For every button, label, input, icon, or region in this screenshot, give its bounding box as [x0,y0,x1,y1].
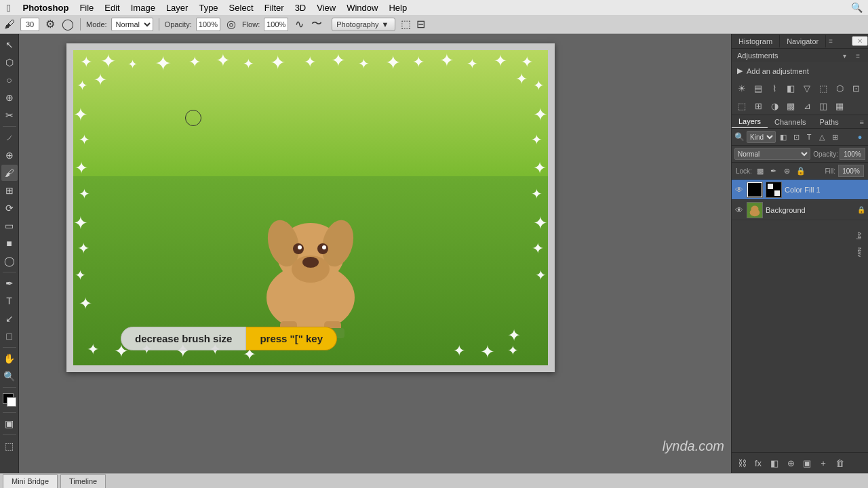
text-tool[interactable]: T [1,293,18,309]
filter-type-icon[interactable]: T [804,131,814,142]
flow-input[interactable] [264,18,288,31]
background-color[interactable] [7,397,16,407]
airbrush-icon[interactable]: ◎ [224,18,238,31]
channelmixer-icon[interactable]: ⬚ [734,98,749,113]
lock-all-icon[interactable]: 🔒 [795,165,806,176]
shape-tool[interactable]: □ [1,328,18,344]
opacity-input[interactable] [840,148,865,160]
add-adjustment-layer-icon[interactable]: ⊕ [783,455,798,470]
mode-select[interactable]: Normal [111,18,153,31]
smoothing-icon[interactable]: ∿ [292,18,306,31]
threshold-icon[interactable]: ⊿ [800,98,814,113]
eraser-tool[interactable]: ▭ [1,218,18,234]
dodge-tool[interactable]: ◯ [1,253,18,269]
quick-mask-tool[interactable]: ▣ [1,415,18,432]
adjustments-menu-button[interactable]: ≡ [853,52,863,60]
pen-tool[interactable]: ✒ [1,275,18,291]
menu-type[interactable]: Type [193,0,223,15]
menu-image[interactable]: Image [125,0,161,15]
menu-filter[interactable]: Filter [259,0,290,15]
vibrance-icon[interactable]: ▽ [800,81,814,96]
search-icon[interactable]: 🔍 [851,2,863,13]
levels-icon[interactable]: ▤ [751,81,766,96]
filter-smartobj-icon[interactable]: ⊞ [829,131,840,142]
screen-mode-tool[interactable]: ⬚ [1,438,18,454]
filter-pixel-icon[interactable]: ◧ [778,131,789,142]
layer-background[interactable]: 👁 Background 🔒 [732,200,868,220]
panel-close-button[interactable]: ✕ [852,36,868,46]
menu-layer[interactable]: Layer [161,0,194,15]
layers-menu-icon[interactable]: ≡ [856,118,868,126]
adj-expand-icon[interactable]: Adj [852,228,867,243]
filter-toggle-icon[interactable]: ● [854,131,865,142]
path-select-tool[interactable]: ↙ [1,310,18,327]
colorbalance-icon[interactable]: ⬡ [832,81,847,96]
brush-options-icon[interactable]: ⚙ [43,18,57,31]
tab-channels[interactable]: Channels [768,116,812,128]
brush-tool[interactable]: 🖌 [1,165,18,181]
zoom-tool[interactable]: 🔍 [1,368,18,384]
menu-select[interactable]: Select [224,0,259,15]
filter-adj-icon[interactable]: ⊡ [791,131,802,142]
workspace-selector[interactable]: Photography ▼ [332,18,395,31]
clone-tool[interactable]: ⊞ [1,182,18,199]
menu-view[interactable]: View [311,0,341,15]
filter-shape-icon[interactable]: △ [816,131,827,142]
tab-navigator[interactable]: Navigator [780,35,826,47]
hsl-icon[interactable]: ⬚ [816,81,831,96]
layer-visibility-icon[interactable]: 👁 [734,185,744,195]
invert-icon[interactable]: ◑ [767,98,782,113]
brush-angle-icon[interactable]: ◯ [61,18,75,31]
tab-paths[interactable]: Paths [813,116,846,128]
menu-window[interactable]: Window [341,0,383,15]
add-style-icon[interactable]: fx [751,455,766,470]
apple-icon[interactable]:  [7,2,10,14]
menu-edit[interactable]: Edit [99,0,125,15]
lock-paint-icon[interactable]: ✒ [768,165,779,176]
panel-icon-2[interactable]: ⊟ [414,18,428,31]
quick-select-tool[interactable]: ⊕ [1,89,18,106]
new-layer-icon[interactable]: + [816,455,831,470]
posterize-icon[interactable]: ▩ [783,98,798,113]
left-arrow-icon[interactable]: ▶ [737,66,743,75]
lasso-tool[interactable]: ○ [1,72,18,88]
nav-expand-icon[interactable]: Nav [852,245,867,260]
eyedropper-tool[interactable]: ⟋ [1,129,18,146]
gradient-adj-icon[interactable]: ◫ [816,98,831,113]
history-tool[interactable]: ⟳ [1,200,18,216]
add-mask-icon[interactable]: ◧ [767,455,782,470]
hand-tool[interactable]: ✋ [1,350,18,367]
marquee-tool[interactable]: ⬡ [1,54,18,70]
curves-icon[interactable]: ⌇ [767,81,782,96]
adjustments-collapse-icon[interactable]: ▾ [843,52,846,60]
group-layers-icon[interactable]: ▣ [800,455,814,470]
lock-move-icon[interactable]: ⊕ [782,165,793,176]
tab-histogram[interactable]: Histogram [732,35,780,47]
menu-file[interactable]: File [74,0,99,15]
panel-icon-1[interactable]: ⬚ [399,18,413,31]
link-layers-icon[interactable]: ⛓ [734,455,749,470]
crop-tool[interactable]: ✂ [1,107,18,123]
selectivecolor-icon[interactable]: ▦ [832,98,847,113]
move-tool[interactable]: ↖ [1,37,18,53]
tab-timeline[interactable]: Timeline [60,474,106,488]
tab-mini-bridge[interactable]: Mini Bridge [3,474,58,488]
brush-size-input[interactable]: 30 [20,18,39,31]
menu-help[interactable]: Help [383,0,412,15]
menu-photoshop[interactable]: Photoshop [17,0,74,15]
panel-collapse-button[interactable]: ≡ [826,37,835,45]
fill-input[interactable] [838,165,864,177]
opacity-input[interactable] [196,18,220,31]
exposure-icon[interactable]: ◧ [783,81,798,96]
smoothing2-icon[interactable]: 〜 [310,18,323,31]
gradient-tool[interactable]: ■ [1,235,18,251]
lock-checkerboard-icon[interactable]: ▩ [755,165,766,176]
blend-mode-select[interactable]: Normal [734,148,810,160]
menu-3d[interactable]: 3D [290,0,312,15]
photofilter-icon[interactable]: ⊡ [848,81,863,96]
layer-color-fill[interactable]: 👁 Color Fill 1 [732,180,868,200]
tab-layers[interactable]: Layers [732,115,768,128]
layer-visibility-bg-icon[interactable]: 👁 [734,205,744,215]
healing-tool[interactable]: ⊕ [1,147,18,163]
colrlookup-icon[interactable]: ⊞ [751,98,766,113]
